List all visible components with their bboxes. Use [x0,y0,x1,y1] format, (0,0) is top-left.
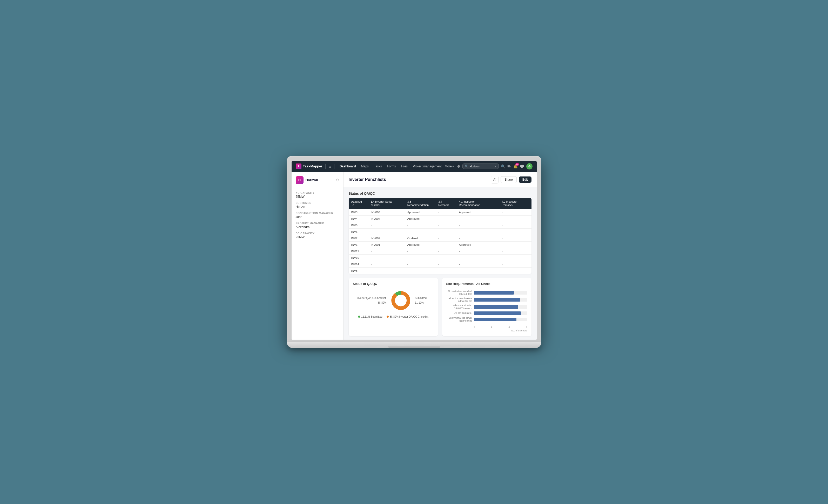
bar-track [474,298,527,302]
cell-insp-rec: - [456,222,499,228]
user-avatar[interactable]: G [526,163,533,169]
sidebar-value-pm: Alexandra [296,225,339,229]
cell-attached: INV2 [349,235,368,241]
table-row: INV10 - - - - - [349,254,532,261]
top-navigation: T TaskMapper ⌂ Dashboard Maps Tasks Form… [292,161,537,172]
home-icon[interactable]: ⌂ [329,164,331,168]
sidebar-ac-capacity: AC Capacity 65MW [296,192,339,199]
table-row: INV2 INV002 On-Hold - - - [349,235,532,241]
print-icon[interactable]: 🖨 [491,176,498,183]
laptop-base [287,342,541,348]
edit-button[interactable]: Edit [519,176,532,183]
nav-links: Dashboard Maps Tasks Forms Files Project… [337,164,454,169]
cell-attached: INV6 [349,228,368,235]
sidebar-label-ac: AC Capacity [296,192,339,195]
legend-dot-submitted [358,316,360,318]
donut-svg [391,289,411,312]
bar-label: All AC/DC terminations in Inverter are [446,297,472,303]
cell-remarks: - [436,228,456,235]
bar-fill [474,298,520,302]
cell-insp-remarks: - [499,248,531,254]
project-search[interactable]: 🔍 Horizon ▾ [462,164,499,169]
nav-divider-2 [334,164,334,169]
bar-label: Confirm that the power factor setting [446,317,472,322]
donut-chart-area: Inverter QA/QC Checklist, 88.89% [353,289,434,312]
app-name: TaskMapper [303,164,323,168]
cell-serial: - [368,222,405,228]
table-row: INV3 INV003 Approved - Approved - [349,209,532,216]
content-body: Status of QA/QC Attached To 1.4 Inverter… [343,187,537,340]
cell-remarks: - [436,254,456,261]
sidebar-project-header: H Horizon ⚙ [296,176,339,187]
nav-divider [325,164,326,169]
cell-attached: INV12 [349,248,368,254]
cell-insp-rec: - [456,267,499,274]
settings-icon[interactable]: ⚙ [457,164,460,168]
cell-serial: - [368,228,405,235]
cell-attached: INV14 [349,261,368,267]
page-title: Inverter Punchlists [349,177,386,182]
cell-insp-rec: - [456,215,499,222]
bar-fill [474,305,519,309]
nav-project-management[interactable]: Project management [411,164,444,169]
notifications-icon[interactable]: 🔔 9+ [513,164,518,168]
table-row: INV14 - - - - - [349,261,532,267]
main-layout: H Horizon ⚙ AC Capacity 65MW Customer Ho… [292,172,537,340]
svg-point-2 [396,296,406,306]
bar-fill [474,291,514,295]
cell-insp-rec: - [456,235,499,241]
cell-remarks: - [436,261,456,267]
donut-legend: 11.11% Submitted 88.89% Inverter QA/QC C… [358,315,428,318]
cell-rec: - [405,254,436,261]
project-avatar: H [296,176,303,184]
nav-more[interactable]: More ▾ [445,165,454,168]
legend-submitted: 11.11% Submitted [358,315,382,318]
bar-label: All IRT complete. [446,312,472,314]
col-attached-to: Attached To [349,198,368,209]
content-area: Inverter Punchlists 🖨 Share Edit Status … [343,172,537,340]
language-selector[interactable]: EN [507,165,511,168]
nav-forms[interactable]: Forms [385,164,398,169]
nav-dashboard[interactable]: Dashboard [337,164,358,169]
donut-label-right: Submitted, 11.11% [415,296,434,305]
nav-files[interactable]: Files [399,164,410,169]
app-logo[interactable]: T TaskMapper [296,164,323,169]
donut-chart-card: Status of QA/QC Inverter QA/QC Checklist… [349,278,438,336]
sidebar-customer: Customer Horizon [296,202,339,209]
cell-serial: - [368,248,405,254]
col-serial-number: 1.4 Inverter Serial Number [368,198,405,209]
legend-checklist: 88.89% Inverter QA/QC Checklist [386,315,428,318]
sidebar-settings-icon[interactable]: ⚙ [336,178,339,182]
cell-rec: Approved [405,215,436,222]
sidebar-value-customer: Horizon [296,205,339,209]
sidebar-label-pm: Project Manager [296,222,339,225]
cell-insp-remarks: - [499,254,531,261]
cell-insp-remarks: - [499,267,531,274]
bar-fill [474,318,517,321]
messages-icon[interactable]: 💬 [520,164,524,168]
sidebar: H Horizon ⚙ AC Capacity 65MW Customer Ho… [292,172,343,340]
nav-maps[interactable]: Maps [359,164,371,169]
cell-attached: INV3 [349,209,368,216]
cell-remarks: - [436,209,456,216]
cell-serial: INV004 [368,215,405,222]
bar-x-axis: 0 2 4 6 [474,326,527,328]
content-header: Inverter Punchlists 🖨 Share Edit [343,172,537,187]
nav-right: ⚙ 🔍 Horizon ▾ 🔍 EN 🔔 9+ 💬 G [457,163,533,169]
cell-remarks: - [436,215,456,222]
header-actions: 🖨 Share Edit [491,176,532,183]
bar-chart-footer: No. of Inverters [446,329,527,332]
bar-row: Confirm that the power factor setting [446,317,527,322]
cell-rec: Approved [405,241,436,248]
cell-insp-remarks: - [499,209,531,216]
table-header-row: Attached To 1.4 Inverter Serial Number 3… [349,198,532,209]
cell-serial: INV003 [368,209,405,216]
share-button[interactable]: Share [501,176,517,183]
nav-tasks[interactable]: Tasks [372,164,384,169]
cell-insp-remarks: - [499,241,531,248]
cell-insp-rec: - [456,254,499,261]
search-icon[interactable]: 🔍 [501,164,505,168]
bar-row: All IRT complete. [446,311,527,315]
cell-attached: INV4 [349,215,368,222]
bar-track [474,311,527,315]
